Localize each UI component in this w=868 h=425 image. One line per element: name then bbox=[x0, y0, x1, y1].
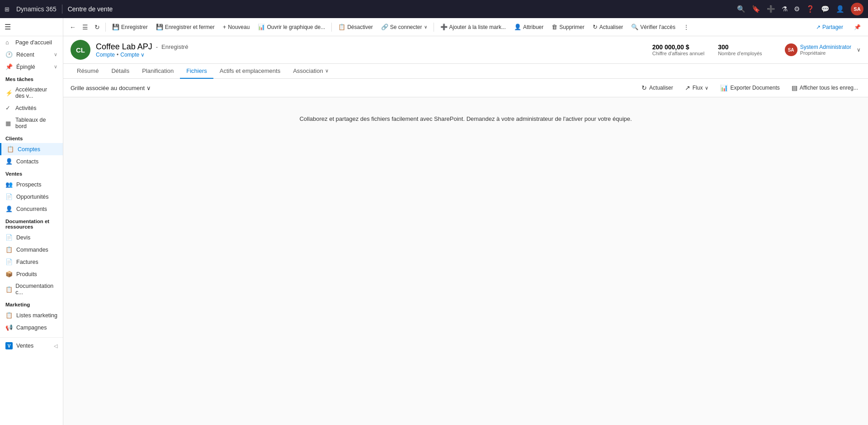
breadcrumb-link-1[interactable]: Compte bbox=[96, 52, 115, 58]
refresh-button[interactable]: ↻ Actualiser bbox=[589, 22, 627, 32]
contacts-icon: 👤 bbox=[5, 158, 13, 165]
filter-icon[interactable]: ⚗ bbox=[782, 5, 788, 13]
sidebar: ☰ ⌂ Page d'accueil 🕐 Récent ∨ 📌 Épinglé … bbox=[0, 18, 63, 425]
open-chart-button[interactable]: 📊 Ouvrir le graphique de... bbox=[254, 22, 329, 32]
settings-icon[interactable]: ⚙ bbox=[794, 5, 800, 13]
pin-window-button[interactable]: 📌 bbox=[850, 22, 864, 32]
connect-arrow: ∨ bbox=[424, 24, 427, 29]
competitors-icon: 👤 bbox=[5, 205, 13, 212]
forward-button[interactable]: ↻ bbox=[92, 22, 103, 33]
sidebar-item-ventes-bottom[interactable]: V Ventes ◁ bbox=[0, 337, 63, 352]
invoices-icon: 📄 bbox=[5, 258, 13, 265]
afficher-btn[interactable]: ▤ Afficher tous les enreg... bbox=[789, 82, 861, 93]
tab-association[interactable]: Association ∨ bbox=[287, 64, 335, 79]
sidebar-item-epingle[interactable]: 📌 Épinglé ∨ bbox=[0, 61, 63, 73]
user-avatar[interactable]: SA bbox=[851, 3, 863, 15]
breadcrumb-link-2[interactable]: Compte ∨ bbox=[120, 52, 145, 58]
user-icon[interactable]: 👤 bbox=[836, 5, 844, 13]
new-button[interactable]: + Nouveau bbox=[219, 22, 254, 32]
quotes-icon: 📄 bbox=[5, 234, 13, 241]
sidebar-item-opportunites[interactable]: 📄 Opportunités bbox=[0, 191, 63, 203]
opportunities-icon: 📄 bbox=[5, 193, 13, 200]
exporter-btn[interactable]: 📊 Exporter Documents bbox=[717, 82, 782, 93]
delete-button[interactable]: 🗑 Supprimer bbox=[548, 22, 588, 32]
sidebar-item-factures[interactable]: 📄 Factures bbox=[0, 256, 63, 268]
lists-icon: 📋 bbox=[5, 312, 13, 319]
delete-icon: 🗑 bbox=[552, 24, 557, 30]
sidebar-item-recent[interactable]: 🕐 Récent ∨ bbox=[0, 48, 63, 61]
search-icon[interactable]: 🔍 bbox=[737, 5, 745, 13]
sidebar-item-campagnes[interactable]: 📢 Campagnes bbox=[0, 321, 63, 334]
tab-planification[interactable]: Planification bbox=[136, 64, 180, 79]
sidebar-item-devis[interactable]: 📄 Devis bbox=[0, 231, 63, 244]
activity-icon: ✓ bbox=[5, 105, 12, 111]
sidebar-item-activites[interactable]: ✓ Activités bbox=[0, 102, 63, 114]
hamburger-icon[interactable]: ☰ bbox=[5, 23, 11, 31]
bookmark-icon[interactable]: 🔖 bbox=[752, 5, 760, 13]
campaigns-icon: 📢 bbox=[5, 324, 13, 331]
chevron-down-icon: ∨ bbox=[54, 64, 57, 70]
add-list-button[interactable]: ➕ Ajouter à la liste mark... bbox=[437, 22, 509, 32]
sidebar-item-produits[interactable]: 📦 Produits bbox=[0, 268, 63, 280]
command-bar: ← ☰ ↻ 💾 Enregistrer 💾 Enregistrer et fer… bbox=[63, 18, 868, 36]
tab-fichiers[interactable]: Fichiers bbox=[180, 64, 213, 79]
grid-label[interactable]: Grille associée au document ∨ bbox=[71, 85, 151, 91]
sidebar-item-contacts[interactable]: 👤 Contacts bbox=[0, 155, 63, 167]
owner-info: System Administrator Propriétaire bbox=[800, 44, 851, 56]
owner-name[interactable]: System Administrator bbox=[800, 44, 851, 50]
tab-actifs[interactable]: Actifs et emplacements bbox=[213, 64, 287, 79]
share-button[interactable]: ↗ Partager bbox=[811, 22, 848, 32]
verify-access-button[interactable]: 🔍 Vérifier l'accès bbox=[627, 22, 679, 32]
tabs-bar: Résumé Détails Planification Fichiers Ac… bbox=[63, 64, 868, 79]
deactivate-icon: 📋 bbox=[338, 24, 345, 30]
actualiser-btn[interactable]: ↻ Actualiser bbox=[639, 82, 676, 93]
connect-button[interactable]: 🔗 Se connecter ∨ bbox=[377, 22, 431, 32]
save-button[interactable]: 💾 Enregistrer bbox=[108, 22, 151, 32]
sidebar-item-comptes[interactable]: 📋 Comptes bbox=[0, 143, 63, 155]
sidebar-item-accelerateur[interactable]: ⚡ Accélérateur des v... bbox=[0, 84, 63, 102]
sidebar-item-tableaux[interactable]: ▦ Tableaux de bord bbox=[0, 114, 63, 132]
products-icon: 📦 bbox=[5, 271, 13, 277]
dynamics-title: Dynamics 365 bbox=[16, 5, 57, 13]
plus-icon: + bbox=[223, 24, 226, 30]
sidebar-item-documentationc[interactable]: 📋 Documentation c... bbox=[0, 280, 63, 298]
section-doc: Documentation et ressources bbox=[0, 215, 63, 231]
employes-label: Nombre d'employés bbox=[718, 51, 762, 56]
add-icon[interactable]: ➕ bbox=[767, 5, 775, 13]
tab-details[interactable]: Détails bbox=[105, 64, 136, 79]
recent-icon: 🕐 bbox=[5, 51, 13, 58]
section-taches: Mes tâches bbox=[0, 73, 63, 84]
deactivate-button[interactable]: 📋 Désactiver bbox=[335, 22, 377, 32]
association-dropdown-icon: ∨ bbox=[325, 68, 329, 74]
sidebar-item-accueil[interactable]: ⌂ Page d'accueil bbox=[0, 36, 63, 48]
refresh-icon: ↻ bbox=[593, 24, 598, 30]
app-grid-icon[interactable]: ⊞ bbox=[5, 6, 11, 12]
tab-resume[interactable]: Résumé bbox=[71, 64, 105, 79]
back-arrow-icon: ◁ bbox=[54, 343, 57, 349]
sidebar-item-listes[interactable]: 📋 Listes marketing bbox=[0, 309, 63, 321]
ventes-icon: V bbox=[5, 342, 13, 349]
sidebar-item-prospects[interactable]: 👥 Prospects bbox=[0, 178, 63, 191]
assign-button[interactable]: 👤 Attribuer bbox=[510, 22, 547, 32]
browse-button[interactable]: ☰ bbox=[80, 22, 91, 33]
nav-controls: ← ☰ ↻ bbox=[67, 22, 103, 33]
flux-arrow-icon: ∨ bbox=[705, 85, 708, 91]
save-close-button[interactable]: 💾 Enregistrer et fermer bbox=[152, 22, 218, 32]
back-button[interactable]: ← bbox=[67, 22, 79, 33]
separator-2 bbox=[331, 23, 332, 32]
section-marketing: Marketing bbox=[0, 298, 63, 309]
breadcrumb-dropdown-icon: ∨ bbox=[141, 52, 145, 58]
sidebar-item-concurrents[interactable]: 👤 Concurrents bbox=[0, 203, 63, 215]
doc-icon: 📋 bbox=[5, 286, 12, 293]
stat-employes: 300 Nombre d'employés bbox=[718, 43, 762, 56]
sidebar-item-commandes[interactable]: 📋 Commandes bbox=[0, 244, 63, 256]
grid-dropdown-icon: ∨ bbox=[146, 85, 151, 91]
doc-toolbar-right: ↻ Actualiser ↗ Flux ∨ 📊 Exporter Documen… bbox=[639, 82, 861, 93]
more-button[interactable]: ⋮ bbox=[680, 22, 693, 32]
content-body: Grille associée au document ∨ ↻ Actualis… bbox=[63, 79, 868, 425]
owner-dropdown-icon[interactable]: ∨ bbox=[857, 47, 861, 53]
help-icon[interactable]: ❓ bbox=[806, 5, 815, 13]
flux-btn[interactable]: ↗ Flux ∨ bbox=[682, 82, 712, 93]
save-icon: 💾 bbox=[112, 24, 119, 30]
chat-icon[interactable]: 💬 bbox=[821, 5, 830, 13]
